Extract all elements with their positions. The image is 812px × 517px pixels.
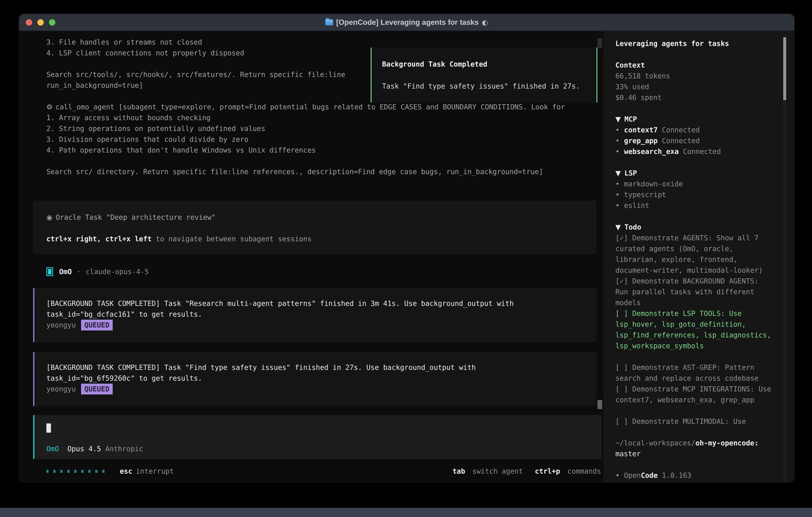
mcp-server-name: websearch_exa xyxy=(624,147,679,156)
app-name: Code xyxy=(641,471,658,480)
agent-square-icon xyxy=(46,267,53,276)
tool-output-line: 1. Array access without bounds checking xyxy=(46,112,581,123)
card-message-line: [BACKGROUND TASK COMPLETED] Task "Find t… xyxy=(46,362,590,373)
sidebar-scrollbar-thumb[interactable] xyxy=(783,37,786,100)
tool-call-text: call_omo_agent [subagent_type=explore, p… xyxy=(55,103,565,111)
maximize-button[interactable] xyxy=(49,19,55,26)
status-dot-icon: • xyxy=(615,201,619,210)
agent-model: claude-opus-4-5 xyxy=(86,268,149,276)
mcp-server-name: context7 xyxy=(624,126,658,134)
lsp-server-name: markdown-oxide xyxy=(624,180,683,188)
esc-key-label: interrupt xyxy=(136,467,174,475)
mcp-server-status xyxy=(679,147,683,156)
status-dot-icon: • xyxy=(615,137,619,145)
mcp-server-name: grep_app xyxy=(624,137,658,145)
input-model-name: Opus 4.5 xyxy=(59,445,105,453)
status-dot-icon: • xyxy=(615,147,619,156)
chevron-down-icon: ▼ xyxy=(615,115,621,123)
queued-badge: QUEUED xyxy=(81,384,113,394)
ctrlp-key-label: commands xyxy=(567,467,601,475)
mcp-server-status: Connected xyxy=(662,126,700,134)
status-dot-icon: • xyxy=(615,126,619,134)
sidebar-scrollbar-track[interactable] xyxy=(783,37,786,482)
mcp-server-status: Connected xyxy=(662,137,700,145)
input-provider-name: Anthropic xyxy=(105,445,143,453)
folder-icon xyxy=(325,19,333,25)
todo-item-done: [✓] Demonstrate BACKGROUND AGENTS: Run p… xyxy=(615,276,772,308)
status-dot-icon: • xyxy=(615,191,619,199)
lsp-server-name: typescript xyxy=(624,191,666,199)
toast-title: Background Task Completed xyxy=(382,59,597,70)
card-message-line: task_id="bg_dcfac161" to get results. xyxy=(46,309,590,320)
mcp-section-header[interactable]: ▼MCP xyxy=(615,114,774,125)
mcp-item: •websearch_exa Connected xyxy=(615,146,774,157)
subagent-nav-hint: ctrl+x right, ctrl+x left to navigate be… xyxy=(46,234,588,244)
todo-item-pending: [ ] Demonstrate AST-GREP: Pattern search… xyxy=(615,362,772,384)
context-spent: $0.46 spent xyxy=(615,92,774,103)
hint-text: to navigate between subagent sessions xyxy=(152,235,312,243)
app-name-prefix: Open xyxy=(624,471,641,480)
todo-item-pending: [ ] Demonstrate MULTIMODAL: Use xyxy=(615,416,772,427)
mcp-heading-label: MCP xyxy=(625,115,637,123)
prompt-input[interactable]: OmO Opus 4.5 Anthropic xyxy=(33,415,601,459)
minimize-button[interactable] xyxy=(37,19,44,26)
todo-item-pending: [ ] Demonstrate MCP INTEGRATIONS: Use co… xyxy=(615,384,772,405)
git-branch: master xyxy=(615,448,774,459)
lsp-section-header[interactable]: ▼LSP xyxy=(615,168,774,179)
mcp-item: •grep_app Connected xyxy=(615,135,774,146)
titlebar: [OpenCode] Leveraging agents for tasks ◐ xyxy=(19,14,794,31)
oracle-task-panel: ◉Oracle Task "Deep architecture review" … xyxy=(33,201,597,254)
working-spinner-icon xyxy=(46,470,105,473)
lsp-item: •typescript xyxy=(615,189,774,200)
close-button[interactable] xyxy=(26,19,32,26)
queued-by-user: yeongyu xyxy=(46,384,76,394)
queued-by-user: yeongyu xyxy=(46,320,76,330)
tab-key-label: switch agent xyxy=(472,467,523,475)
tool-output-line: 3. Division operations that could divide… xyxy=(46,134,581,145)
status-dot-icon: • xyxy=(615,180,619,188)
app-version: 1.0.163 xyxy=(658,471,692,480)
background-task-toast: Background Task Completed Task "Find typ… xyxy=(371,48,598,103)
version-line: •OpenCode 1.0.163 xyxy=(615,470,774,481)
scrollbar-segment[interactable] xyxy=(598,38,602,48)
mcp-server-status xyxy=(658,126,662,134)
context-used: 33% used xyxy=(615,81,774,92)
traffic-lights xyxy=(26,19,55,26)
todo-heading-label: Todo xyxy=(625,223,641,231)
context-tokens: 66,518 tokens xyxy=(615,71,774,81)
lsp-item: •markdown-oxide xyxy=(615,179,774,189)
oracle-task-title-text: Oracle Task "Deep architecture review" xyxy=(56,213,216,221)
ctrlp-key-hint: ctrl+p xyxy=(535,467,560,475)
status-dot-icon: • xyxy=(615,471,619,480)
chevron-down-icon: ▼ xyxy=(615,223,621,231)
workspace-name: oh-my-opencode: xyxy=(695,439,758,447)
background-task-card: [BACKGROUND TASK COMPLETED] Task "Find t… xyxy=(33,352,597,406)
hint-keys: ctrl+x right, ctrl+x left xyxy=(46,235,152,243)
mcp-item: •context7 Connected xyxy=(615,125,774,135)
input-agent-name: OmO xyxy=(46,445,59,453)
background-task-card: [BACKGROUND TASK COMPLETED] Task "Resear… xyxy=(33,288,597,342)
lsp-heading-label: LSP xyxy=(625,169,637,177)
agent-header: OmO · claude-opus-4-5 xyxy=(46,266,603,277)
tool-output-line: Search src/ directory. Return specific f… xyxy=(46,166,581,177)
tool-output-line: 2. String operations on potentially unde… xyxy=(46,123,581,134)
workspace-path-prefix: ~/local-workspaces/ xyxy=(615,439,695,447)
window-title: [OpenCode] Leveraging agents for tasks ◐ xyxy=(325,18,488,27)
card-message-line: [BACKGROUND TASK COMPLETED] Task "Resear… xyxy=(46,298,590,309)
lsp-item: •eslint xyxy=(615,200,774,211)
chat-scrollbar[interactable] xyxy=(598,38,602,409)
desktop-strip xyxy=(0,508,812,517)
text-cursor xyxy=(46,424,51,433)
context-heading: Context xyxy=(615,60,774,71)
todo-section-header[interactable]: ▼Todo xyxy=(615,222,774,233)
chat-pane: 3. File handles or streams not closed 4.… xyxy=(19,31,603,482)
scrollbar-thumb[interactable] xyxy=(598,400,602,409)
oracle-task-title: ◉Oracle Task "Deep architecture review" xyxy=(46,212,588,223)
separator-dot: · xyxy=(77,268,81,276)
fisheye-icon: ◉ xyxy=(46,213,53,221)
tool-call-line: ⚙call_omo_agent [subagent_type=explore, … xyxy=(46,102,581,112)
toast-body: Task "Find type safety issues" finished … xyxy=(382,81,597,91)
window-title-text: [OpenCode] Leveraging agents for tasks xyxy=(336,18,478,27)
model-row: OmO Opus 4.5 Anthropic xyxy=(46,443,596,454)
session-state-icon: ◐ xyxy=(482,19,488,26)
